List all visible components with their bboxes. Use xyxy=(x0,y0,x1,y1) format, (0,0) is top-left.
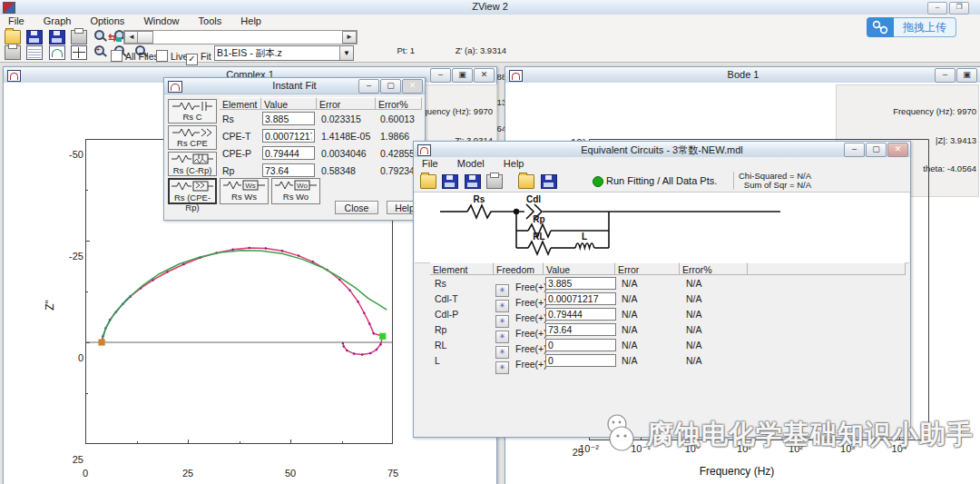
equivalent-circuits-window[interactable]: Equivalent Circuits - 3常数-NEW.mdl – ▢ ✕ … xyxy=(413,141,911,438)
eqc-rp-freedom[interactable]: Free(+) xyxy=(513,327,550,340)
fit-checkbox[interactable]: Fit xyxy=(186,47,211,65)
scrollbar-thumb[interactable] xyxy=(137,31,153,44)
menu-tools[interactable]: Tools xyxy=(191,15,230,27)
rs-cpe-icon xyxy=(172,127,212,138)
table-row[interactable]: Rs ✳Free(+) N/A N/A xyxy=(430,277,906,291)
eqc-cdlp-errorpct: N/A xyxy=(683,308,705,321)
instant-fit-dialog[interactable]: Instant Fit – ▢ ✕ Rs C Rs CPE Rs (C-Rp) … xyxy=(163,77,426,221)
dropdown-arrow-icon[interactable]: ▼ xyxy=(339,46,353,60)
table-row[interactable]: Cdl-P ✳Free(+) N/A N/A xyxy=(430,308,906,322)
table-row[interactable]: Cdl-T ✳Free(+) N/A N/A xyxy=(430,292,906,307)
instant-fit-minimize-button[interactable]: – xyxy=(358,79,379,94)
eqc-l-value-input[interactable] xyxy=(545,354,616,367)
all-files-checkbox-box[interactable] xyxy=(111,50,122,62)
bode-minimize-button[interactable]: – xyxy=(935,68,956,83)
eqc-save-icon[interactable] xyxy=(442,174,458,189)
run-fitting-button[interactable]: Run Fitting / All Data Pts. xyxy=(606,175,717,186)
eqc-rp-value-input[interactable] xyxy=(545,323,616,336)
live-checkbox[interactable]: Live xyxy=(156,47,188,64)
table-row[interactable]: L ✳Free(+) N/A N/A xyxy=(430,354,906,369)
instant-fit-close-button[interactable]: ✕ xyxy=(402,79,423,94)
rs-ws-button[interactable]: Ws Rs Ws xyxy=(220,178,269,204)
complex-close-button[interactable]: ✕ xyxy=(474,68,495,83)
if-row-rp-element: Rp xyxy=(220,164,237,177)
menu-window[interactable]: Window xyxy=(135,15,187,27)
print-graph-icon[interactable] xyxy=(5,45,21,60)
eqc-rp-errorpct: N/A xyxy=(683,323,705,336)
data-browse-icon-1[interactable] xyxy=(93,30,108,43)
eqc-minimize-button[interactable]: – xyxy=(844,143,865,157)
menu-options[interactable]: Options xyxy=(82,15,132,27)
eqc-import-icon[interactable] xyxy=(518,174,534,189)
instant-fit-maximize-button[interactable]: ▢ xyxy=(380,79,401,94)
circuit-canvas[interactable]: Rs Cdl Rp RL L xyxy=(415,193,909,263)
complex-maximize-button[interactable]: ▣ xyxy=(452,68,473,83)
zoom-in-icon[interactable]: + xyxy=(93,45,108,58)
menu-file[interactable]: File xyxy=(0,15,33,27)
eqc-cdlp-freedom[interactable]: Free(+) xyxy=(513,311,550,324)
eqc-l-freedom[interactable]: Free(+) xyxy=(513,358,550,370)
eqc-rl-value-input[interactable] xyxy=(545,339,616,351)
bode-x-tick-0: 10⁻² xyxy=(571,443,607,455)
rs-cpe-rp-button[interactable]: Rs (CPE-Rp) xyxy=(168,178,217,204)
eqc-close-button[interactable]: ✕ xyxy=(887,143,908,157)
eqc-save-as-icon[interactable] xyxy=(465,174,481,189)
if-row-cpep-value[interactable] xyxy=(262,146,315,160)
data-table-icon[interactable] xyxy=(26,45,43,60)
eqc-titlebar[interactable]: Equivalent Circuits - 3常数-NEW.mdl – ▢ ✕ xyxy=(414,142,910,158)
eqc-open-icon[interactable] xyxy=(420,174,436,189)
menu-graph[interactable]: Graph xyxy=(35,15,80,27)
graph-setup-icon[interactable] xyxy=(49,45,65,60)
eqc-maximize-button[interactable]: ▢ xyxy=(866,143,887,157)
eqc-menu-model[interactable]: Model xyxy=(449,157,493,170)
refresh-icon[interactable]: ⇆ xyxy=(108,31,122,44)
eqc-cdlt-value-input[interactable] xyxy=(545,292,616,305)
scroll-right-arrow[interactable]: ► xyxy=(342,31,357,44)
all-files-checkbox[interactable]: All Files xyxy=(111,47,159,64)
app-minimize-button[interactable]: – xyxy=(927,2,947,15)
rs-c-button[interactable]: Rs C xyxy=(168,99,217,123)
eqc-menubar: File Model Help xyxy=(414,157,910,170)
close-button[interactable]: Close xyxy=(335,201,378,214)
eqc-print-icon[interactable] xyxy=(486,174,503,189)
share-icon xyxy=(867,17,894,37)
menu-help[interactable]: Help xyxy=(232,15,270,27)
upload-overlay-button[interactable]: 拖拽上传 xyxy=(867,17,956,37)
save-as-icon[interactable] xyxy=(49,30,65,44)
bode-maximize-button[interactable]: ▣ xyxy=(956,68,977,83)
if-row-rs-value[interactable] xyxy=(262,112,315,125)
rs-wo-button[interactable]: Wo Rs Wo xyxy=(271,178,320,204)
instant-fit-titlebar[interactable]: Instant Fit – ▢ ✕ xyxy=(164,78,425,94)
app-restore-button[interactable]: ❐ xyxy=(949,2,969,15)
bode-x-tick-4: 10² xyxy=(778,443,814,454)
eqc-export-icon[interactable] xyxy=(541,174,557,189)
bode-titlebar[interactable]: Bode 1 – ▣ xyxy=(505,67,980,84)
rs-cpe-button[interactable]: Rs CPE xyxy=(168,125,217,150)
eqc-cdlt-freedom[interactable]: Free(+) xyxy=(513,296,550,309)
fit-checkbox-box[interactable] xyxy=(186,54,198,65)
open-file-icon[interactable] xyxy=(5,30,21,44)
eqc-menu-help[interactable]: Help xyxy=(495,157,533,170)
table-row[interactable]: RL ✳Free(+) N/A N/A xyxy=(430,339,906,353)
dataset-dropdown-value: B1-EIS - 副本.z xyxy=(217,47,282,58)
complex-minimize-button[interactable]: – xyxy=(430,68,451,83)
eqc-cdlp-value-input[interactable] xyxy=(545,308,616,321)
rs-c-rp-button[interactable]: Rs (C-Rp) xyxy=(168,152,217,176)
if-row-rs-errorpct: 0.60013 xyxy=(377,113,417,125)
eqc-l-freedom-button[interactable]: ✳ xyxy=(495,361,509,374)
table-row[interactable]: Rp ✳Free(+) N/A N/A xyxy=(430,323,906,338)
readout-za: Z' (a): 3.9314 xyxy=(419,46,506,55)
eqc-rs-value-input[interactable] xyxy=(545,277,616,290)
eqc-header-freedom: Freedom xyxy=(494,262,544,275)
point-scrollbar[interactable]: ◄ ► xyxy=(123,30,358,44)
eqc-menu-file[interactable]: File xyxy=(414,157,446,170)
live-checkbox-box[interactable] xyxy=(156,50,168,62)
axes-icon[interactable] xyxy=(71,45,87,60)
eqc-rs-freedom[interactable]: Free(+) xyxy=(513,281,550,293)
if-row-cpet-value[interactable] xyxy=(262,129,315,143)
if-row-rp-value[interactable] xyxy=(262,163,315,177)
eqc-rl-freedom[interactable]: Free(+) xyxy=(513,342,550,355)
save-icon[interactable] xyxy=(26,30,43,44)
print-icon[interactable] xyxy=(71,30,87,44)
dataset-dropdown[interactable]: B1-EIS - 副本.z ▼ xyxy=(214,45,354,61)
